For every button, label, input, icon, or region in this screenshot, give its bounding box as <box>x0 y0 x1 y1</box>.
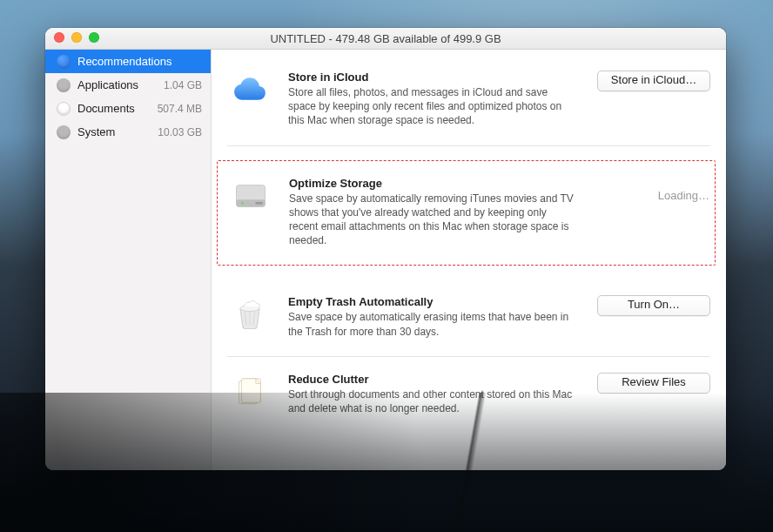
recommendation-title: Optimize Storage <box>289 177 574 190</box>
window-title: UNTITLED - 479.48 GB available of 499.9 … <box>270 32 501 45</box>
documents-icon <box>56 101 71 116</box>
sidebar-item-label: Applications <box>77 78 157 91</box>
sidebar-item-recommendations[interactable]: Recommendations <box>45 50 211 73</box>
applications-icon <box>56 77 71 92</box>
window-body: Recommendations Applications 1.04 GB Doc… <box>45 50 726 470</box>
svg-point-2 <box>241 201 244 204</box>
recommendation-description: Store all files, photos, and messages in… <box>288 85 575 128</box>
sidebar-item-label: Recommendations <box>77 55 195 68</box>
sidebar: Recommendations Applications 1.04 GB Doc… <box>45 50 212 470</box>
sidebar-item-label: Documents <box>77 102 151 115</box>
window-titlebar[interactable]: UNTITLED - 479.48 GB available of 499.9 … <box>45 28 726 50</box>
recommendations-pane: Store in iCloud Store all files, photos,… <box>212 50 726 470</box>
window-controls <box>54 32 99 43</box>
store-in-icloud-button[interactable]: Store in iCloud… <box>597 71 710 91</box>
review-files-button[interactable]: Review Files <box>597 373 710 394</box>
optimize-loading-label: Loading… <box>658 177 709 202</box>
turn-on-button[interactable]: Turn On… <box>597 295 710 316</box>
sidebar-item-label: System <box>77 125 151 138</box>
desktop-background: UNTITLED - 479.48 GB available of 499.9 … <box>0 0 773 532</box>
sidebar-item-size: 1.04 GB <box>164 79 202 91</box>
zoom-icon[interactable] <box>89 32 99 43</box>
storage-management-window: UNTITLED - 479.48 GB available of 499.9 … <box>45 28 726 470</box>
sidebar-item-applications[interactable]: Applications 1.04 GB <box>45 73 211 97</box>
internal-disk-icon <box>228 177 273 248</box>
documents-stack-icon <box>227 373 272 415</box>
recommendation-empty-trash: Empty Trash Automatically Save space by … <box>227 279 710 356</box>
recommendation-description: Save space by automatically removing iTu… <box>289 192 574 248</box>
system-icon <box>56 125 71 139</box>
recommendation-title: Store in iCloud <box>288 71 575 84</box>
recommendations-icon <box>56 54 71 69</box>
recommendation-description: Sort through documents and other content… <box>288 387 575 415</box>
recommendation-reduce-clutter: Reduce Clutter Sort through documents an… <box>227 357 710 433</box>
sidebar-item-size: 507.4 MB <box>158 103 202 115</box>
trash-icon <box>227 295 272 338</box>
close-icon[interactable] <box>54 32 64 43</box>
sidebar-item-documents[interactable]: Documents 507.4 MB <box>45 97 211 120</box>
recommendation-icloud: Store in iCloud Store all files, photos,… <box>227 65 710 146</box>
svg-rect-3 <box>256 201 263 204</box>
minimize-icon[interactable] <box>71 32 82 43</box>
icloud-icon <box>227 71 272 128</box>
recommendation-title: Empty Trash Automatically <box>288 295 575 308</box>
sidebar-item-size: 10.03 GB <box>158 126 202 138</box>
recommendation-optimize-storage: Optimize Storage Save space by automatic… <box>217 160 716 266</box>
recommendation-description: Save space by automatically erasing item… <box>288 310 575 338</box>
sidebar-item-system[interactable]: System 10.03 GB <box>45 120 211 144</box>
recommendation-title: Reduce Clutter <box>288 373 575 386</box>
